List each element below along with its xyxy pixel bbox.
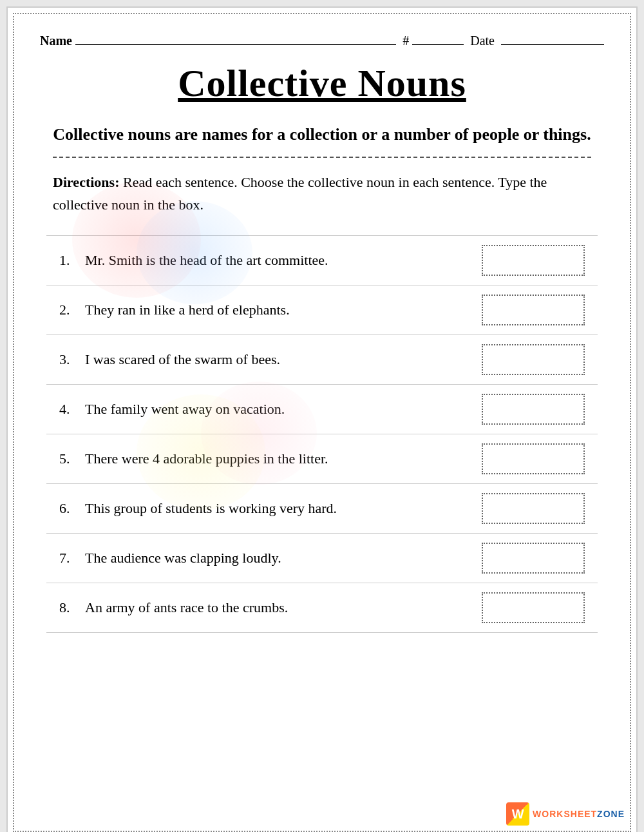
question-item: 2.They ran in like a herd of elephants. (46, 285, 598, 334)
question-text: The family went away on vacation. (82, 401, 472, 418)
date-line (501, 44, 604, 45)
question-text: I was scared of the swarm of bees. (82, 351, 472, 368)
question-number: 7. (59, 550, 82, 566)
question-item: 8.An army of ants race to the crumbs. (46, 583, 598, 633)
question-item: 5.There were 4 adorable puppies in the l… (46, 434, 598, 483)
question-text: This group of students is working very h… (82, 500, 472, 517)
worksheet-page: Name # Date Collective Nouns Collective … (6, 6, 638, 832)
branding-w-icon: W (506, 802, 529, 826)
question-item: 7.The audience was clapping loudly. (46, 533, 598, 583)
question-item: 1.Mr. Smith is the head of the art commi… (46, 235, 598, 285)
name-label: Name (40, 34, 72, 48)
branding: W WORKSHEETZONE (506, 802, 625, 826)
divider (53, 157, 591, 158)
page-title: Collective Nouns (40, 61, 604, 106)
question-number: 1. (59, 252, 82, 269)
answer-box[interactable] (482, 592, 585, 623)
answer-box[interactable] (482, 543, 585, 574)
answer-box[interactable] (482, 245, 585, 276)
answer-box[interactable] (482, 443, 585, 474)
question-text: Mr. Smith is the head of the art committ… (82, 252, 472, 269)
directions-bold: Directions: (53, 174, 119, 190)
answer-box[interactable] (482, 344, 585, 375)
header: Name # Date (40, 27, 604, 48)
question-number: 5. (59, 450, 82, 467)
question-text: They ran in like a herd of elephants. (82, 302, 472, 318)
question-text: The audience was clapping loudly. (82, 550, 472, 566)
question-text: There were 4 adorable puppies in the lit… (82, 450, 472, 467)
answer-box[interactable] (482, 394, 585, 425)
question-number: 4. (59, 401, 82, 418)
directions-rest: Read each sentence. Choose the collectiv… (53, 174, 547, 213)
subtitle-text: Collective nouns are names for a collect… (40, 122, 604, 147)
branding-orange: WORKSHEET (533, 809, 597, 819)
question-item: 4.The family went away on vacation. (46, 384, 598, 434)
directions-text: Directions: Read each sentence. Choose t… (53, 171, 591, 216)
question-number: 2. (59, 302, 82, 318)
hash-label: # (402, 34, 409, 48)
question-item: 6.This group of students is working very… (46, 483, 598, 533)
date-label: Date (470, 34, 495, 48)
question-text: An army of ants race to the crumbs. (82, 599, 472, 616)
branding-text: WORKSHEETZONE (533, 809, 625, 819)
hash-line (412, 44, 464, 45)
question-number: 8. (59, 599, 82, 616)
question-number: 3. (59, 351, 82, 368)
answer-box[interactable] (482, 295, 585, 325)
question-number: 6. (59, 500, 82, 517)
question-item: 3.I was scared of the swarm of bees. (46, 334, 598, 384)
questions-list: 1.Mr. Smith is the head of the art commi… (46, 235, 598, 633)
answer-box[interactable] (482, 493, 585, 524)
branding-blue: ZONE (597, 809, 625, 819)
name-line (75, 44, 396, 45)
